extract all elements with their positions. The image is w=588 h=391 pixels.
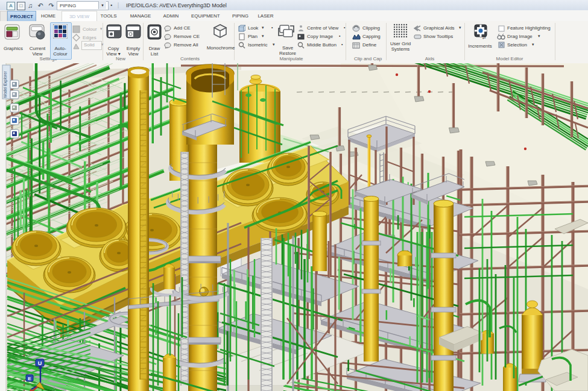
svg-text:Model Explorer: Model Explorer [3, 70, 8, 98]
svg-text:U: U [38, 360, 42, 366]
svg-text:E: E [28, 376, 31, 381]
